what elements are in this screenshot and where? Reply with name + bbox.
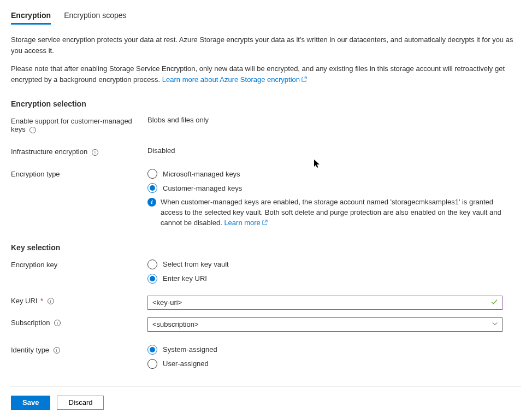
info-icon[interactable] bbox=[48, 298, 54, 304]
section-encryption-selection: Encryption selection bbox=[11, 99, 521, 108]
key-uri-input[interactable] bbox=[147, 296, 503, 310]
tabs: Encryption Encryption scopes bbox=[11, 11, 521, 25]
radio-icon bbox=[147, 359, 157, 369]
value-infrastructure-encryption: Disabled bbox=[147, 146, 521, 155]
radio-enter-key-uri[interactable]: Enter key URI bbox=[147, 274, 521, 284]
check-icon bbox=[490, 298, 498, 307]
radio-microsoft-managed-keys[interactable]: Microsoft-managed keys bbox=[147, 169, 521, 179]
label-subscription: Subscription bbox=[11, 317, 147, 327]
label-enable-support: Enable support for customer-managed keys bbox=[11, 116, 147, 133]
learn-more-storage-encryption-link[interactable]: Learn more about Azure Storage encryptio… bbox=[162, 75, 307, 84]
radio-icon bbox=[147, 260, 157, 269]
tab-encryption[interactable]: Encryption bbox=[11, 11, 51, 25]
subscription-select[interactable]: <subscription> bbox=[147, 317, 503, 332]
info-icon[interactable] bbox=[29, 127, 36, 133]
label-infrastructure-encryption: Infrastructure encryption bbox=[11, 146, 147, 156]
label-encryption-key: Encryption key bbox=[11, 260, 147, 269]
save-button[interactable]: Save bbox=[11, 396, 50, 410]
label-key-uri: Key URI * bbox=[11, 296, 147, 305]
radio-customer-managed-keys[interactable]: Customer-managed keys bbox=[147, 183, 521, 193]
learn-more-cmk-link[interactable]: Learn more bbox=[224, 219, 267, 227]
chevron-down-icon bbox=[492, 320, 498, 328]
radio-icon bbox=[147, 274, 157, 284]
info-icon[interactable] bbox=[54, 347, 60, 354]
cmk-info-callout: i When customer-managed keys are enabled… bbox=[147, 197, 521, 229]
discard-button[interactable]: Discard bbox=[57, 396, 104, 410]
divider bbox=[11, 386, 521, 387]
radio-user-assigned[interactable]: User-assigned bbox=[147, 359, 521, 369]
label-identity-type: Identity type bbox=[11, 345, 147, 354]
label-encryption-type: Encryption type bbox=[11, 169, 147, 178]
section-key-selection: Key selection bbox=[11, 243, 521, 252]
radio-icon bbox=[147, 183, 157, 193]
radio-icon bbox=[147, 169, 157, 179]
tab-encryption-scopes[interactable]: Encryption scopes bbox=[64, 11, 126, 25]
value-enable-support: Blobs and files only bbox=[147, 116, 521, 124]
external-link-icon bbox=[301, 75, 307, 86]
intro-paragraph-1: Storage service encryption protects your… bbox=[11, 34, 521, 56]
info-icon[interactable] bbox=[92, 149, 98, 156]
button-row: Save Discard bbox=[11, 396, 521, 410]
intro-text: Storage service encryption protects your… bbox=[11, 34, 521, 85]
radio-icon bbox=[147, 345, 157, 355]
info-badge-icon: i bbox=[147, 198, 156, 207]
radio-system-assigned[interactable]: System-assigned bbox=[147, 345, 521, 355]
intro-paragraph-2: Please note that after enabling Storage … bbox=[11, 63, 521, 85]
info-icon[interactable] bbox=[54, 320, 61, 326]
external-link-icon bbox=[262, 219, 268, 229]
radio-select-from-key-vault[interactable]: Select from key vault bbox=[147, 260, 521, 269]
